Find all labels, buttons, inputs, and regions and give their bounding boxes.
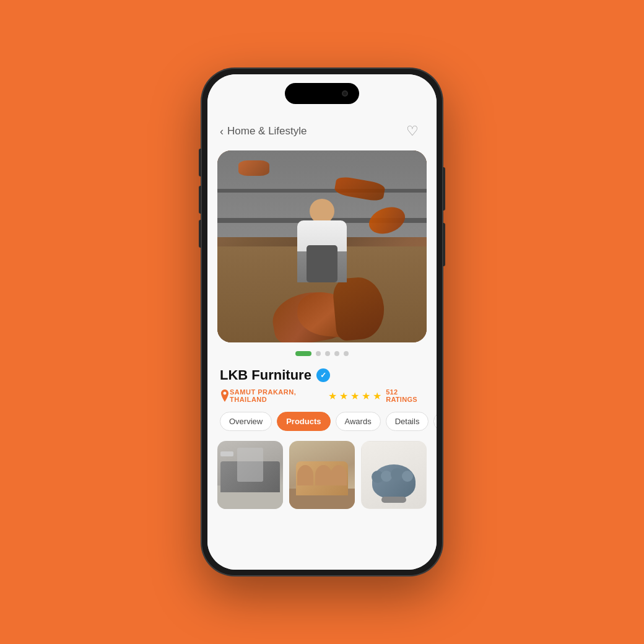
ratings-count: 512 RATINGS <box>386 388 424 403</box>
location-rating-row: SAMUT PRAKARN, THAILAND ★ ★ ★ ★ ★ 512 RA… <box>220 388 424 403</box>
heart-icon: ♡ <box>406 124 419 138</box>
hero-image <box>217 150 427 342</box>
star-3: ★ <box>350 390 359 402</box>
store-info: LKB Furniture ✓ SAMUT PRAKARN, THAILAND … <box>207 362 437 403</box>
tab-overview[interactable]: Overview <box>220 412 272 431</box>
star-1: ★ <box>328 390 337 402</box>
header: ‹ Home & Lifestyle ♡ <box>207 115 437 150</box>
store-location: SAMUT PRAKARN, THAILAND <box>230 388 328 403</box>
phone-screen: ‹ Home & Lifestyle ♡ <box>207 74 437 570</box>
camera-dot <box>342 90 348 97</box>
product-grid <box>207 441 437 521</box>
location-pin-icon <box>220 389 230 402</box>
hero-image-container <box>217 150 427 342</box>
wishlist-button[interactable]: ♡ <box>401 120 424 143</box>
carousel-dot-1[interactable] <box>295 351 311 356</box>
product-card-3[interactable] <box>361 441 427 509</box>
star-4: ★ <box>362 390 370 402</box>
store-name-row: LKB Furniture ✓ <box>220 367 424 383</box>
carousel-dot-5[interactable] <box>344 351 349 356</box>
carousel-dot-4[interactable] <box>334 351 339 356</box>
carousel-dot-2[interactable] <box>316 351 321 356</box>
back-chevron-icon: ‹ <box>220 126 224 137</box>
star-2: ★ <box>339 390 348 402</box>
star-5: ★ <box>373 390 381 402</box>
carousel-dot-3[interactable] <box>325 351 330 356</box>
tab-reviews[interactable]: Reviews <box>433 412 437 431</box>
back-button[interactable]: ‹ Home & Lifestyle <box>220 125 307 137</box>
store-name: LKB Furniture <box>220 367 311 383</box>
rating-row: ★ ★ ★ ★ ★ 512 RATINGS <box>328 388 424 403</box>
carousel-dots <box>207 351 437 356</box>
verified-check-icon: ✓ <box>320 372 326 379</box>
product-card-2[interactable] <box>289 441 355 509</box>
craftsman-figure <box>291 199 353 298</box>
verified-badge: ✓ <box>316 368 330 382</box>
phone-frame: ‹ Home & Lifestyle ♡ <box>201 68 443 576</box>
tab-products[interactable]: Products <box>277 412 330 431</box>
tab-row: Overview Products Awards Details Reviews <box>207 412 437 431</box>
dynamic-island <box>285 83 359 104</box>
category-title: Home & Lifestyle <box>227 125 307 137</box>
product-card-1[interactable] <box>217 441 283 509</box>
tab-details[interactable]: Details <box>386 412 429 431</box>
tab-awards[interactable]: Awards <box>336 412 381 431</box>
